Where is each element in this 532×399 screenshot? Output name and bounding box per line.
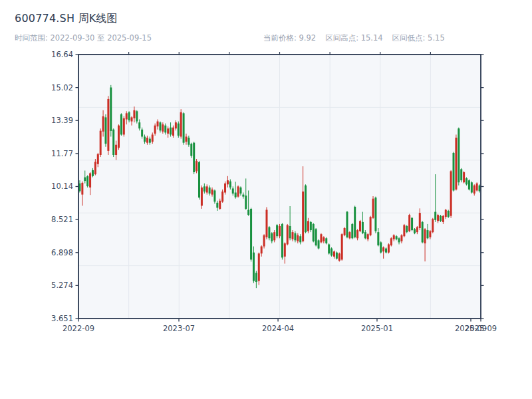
candle-body (152, 134, 154, 142)
candle-body (276, 225, 278, 236)
candle-body (157, 122, 159, 127)
candle-body (284, 243, 286, 257)
candle-body (382, 247, 384, 251)
candle-body (263, 235, 265, 247)
x-tick-label: 2025-01 (361, 324, 393, 333)
candle-body (203, 186, 205, 192)
candle-body (89, 173, 91, 187)
candle-body (97, 154, 99, 164)
candle-body (247, 210, 249, 215)
candle-body (398, 238, 400, 242)
candle-body (281, 224, 283, 257)
candle-body (110, 88, 112, 131)
y-tick-label: 16.64 (51, 50, 73, 59)
candle-body (414, 229, 416, 233)
candle-body (403, 225, 405, 236)
candle-body (302, 192, 304, 241)
candle-body (313, 224, 315, 241)
candle-body (115, 145, 117, 155)
candle-body (388, 244, 390, 252)
candle-body (315, 229, 317, 245)
price-summary: 当前价格: 9.92区间高点: 15.14区间低点: 5.15 (263, 33, 454, 43)
candle-body (333, 251, 335, 257)
candle-body (92, 170, 94, 176)
candle-body (141, 130, 143, 137)
candle-body (170, 128, 172, 135)
y-tick-label: 6.898 (51, 248, 73, 257)
candle-body (419, 213, 421, 228)
candle-body (380, 242, 382, 252)
candle-body (237, 186, 239, 196)
candle-body (455, 138, 457, 190)
candle-body (370, 217, 372, 235)
candle-body (406, 226, 408, 232)
candle-body (400, 235, 402, 241)
candle-body (255, 273, 257, 282)
candle-body (292, 232, 294, 239)
candle-body (310, 222, 312, 230)
candle-body (239, 188, 241, 194)
candle-body (180, 112, 182, 137)
candle-body (328, 244, 330, 253)
candle-body (390, 238, 392, 245)
candle-body (178, 124, 180, 136)
candle-body (265, 210, 267, 237)
candle-body (242, 195, 244, 197)
candle-body (297, 235, 299, 241)
candle-body (268, 227, 270, 238)
candle-body (458, 128, 460, 182)
candle-body (162, 124, 164, 132)
candle-body (411, 218, 413, 230)
page-title: 600774.SH 周K线图 (15, 12, 118, 26)
candle-body (235, 193, 237, 198)
candle-body (104, 117, 106, 144)
candle-body (359, 221, 361, 231)
range-low-label: 区间低点: 5.15 (392, 33, 445, 43)
candle-body (219, 201, 221, 209)
candle-body (133, 110, 135, 118)
candle-body (271, 233, 273, 241)
candle-body (348, 232, 350, 238)
candle-body (362, 222, 364, 233)
candle-body (346, 212, 348, 237)
candle-body (468, 180, 470, 190)
y-tick-label: 8.521 (51, 215, 73, 224)
candle-body (437, 215, 439, 221)
candle-body (86, 176, 88, 186)
candle-body (227, 180, 229, 184)
candle-body (351, 224, 353, 238)
candle-body (476, 184, 478, 191)
kline-app-window: 600774.SH 周K线图 时间范围: 2022-09-30 至 2025-0… (0, 0, 532, 399)
candle-body (94, 162, 96, 174)
candle-body (229, 182, 231, 188)
y-tick-label: 13.39 (51, 116, 73, 125)
candle-body (385, 249, 387, 253)
candle-body (318, 240, 320, 248)
candle-body (422, 222, 424, 243)
candle-body (305, 186, 307, 232)
x-tick-label: 2024-04 (262, 324, 294, 333)
candle-body (426, 230, 428, 238)
candle-body (112, 130, 114, 155)
candle-body (245, 196, 247, 209)
candle-body (209, 188, 211, 194)
candle-body (190, 144, 192, 156)
candle-body (81, 183, 83, 195)
candle-body (154, 126, 156, 134)
candle-body (201, 188, 203, 206)
candle-body (450, 171, 452, 215)
candle-body (325, 238, 327, 243)
candle-body (323, 237, 325, 241)
candle-body (232, 188, 234, 194)
candle-body (396, 236, 398, 239)
candle-body (294, 233, 296, 241)
candle-body (354, 207, 356, 237)
candle-body (320, 234, 322, 242)
kline-chart: 16.6415.0213.3911.7710.148.5216.8985.274… (0, 0, 532, 399)
y-tick-label: 3.651 (51, 314, 73, 323)
candle-body (258, 253, 260, 281)
current-price-label: 当前价格: 9.92 (263, 33, 316, 43)
candle-body (479, 186, 481, 192)
y-tick-label: 15.02 (51, 83, 73, 92)
candle-body (466, 178, 467, 184)
